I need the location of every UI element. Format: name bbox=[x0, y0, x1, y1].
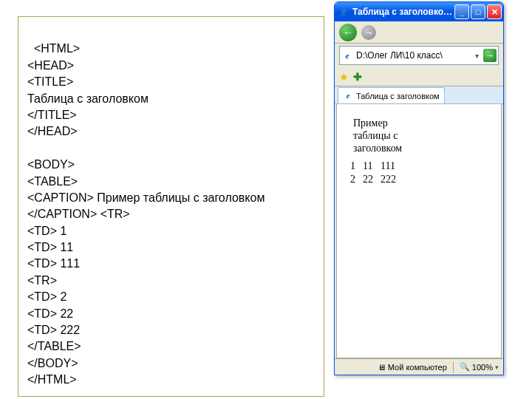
table-cell: 1 bbox=[350, 160, 358, 172]
address-dropdown-icon[interactable]: ▾ bbox=[473, 52, 481, 60]
table-cell: 11 bbox=[363, 160, 376, 172]
back-button[interactable]: ← bbox=[339, 24, 357, 41]
code-text: <HTML> <HEAD> <TITLE> Таблица с заголовк… bbox=[27, 42, 268, 386]
table-cell: 22 bbox=[363, 174, 376, 185]
page-content: Пример таблицы с заголовком 1 11 111 2 2… bbox=[336, 104, 502, 358]
address-bar[interactable]: e ▾ → bbox=[339, 46, 499, 65]
tab-ie-icon: e bbox=[343, 91, 353, 101]
status-separator bbox=[453, 361, 454, 373]
close-icon: ✕ bbox=[491, 7, 498, 17]
table-cell: 222 bbox=[381, 174, 399, 185]
zoom-dropdown-icon: ▾ bbox=[495, 364, 499, 371]
table-caption: Пример таблицы с заголовком bbox=[344, 117, 407, 154]
zoom-search-icon: 🔍 bbox=[460, 362, 470, 372]
table-row: 2 22 222 bbox=[350, 174, 399, 185]
minimize-button[interactable]: _ bbox=[454, 4, 469, 19]
titlebar[interactable]: e Таблица с заголовко… _ □ ✕ bbox=[335, 2, 503, 21]
go-button[interactable]: → bbox=[483, 49, 497, 62]
favorites-star-icon[interactable]: ★ bbox=[339, 71, 349, 83]
go-icon: → bbox=[485, 50, 494, 61]
status-zone-label: Мой компьютер bbox=[388, 363, 447, 372]
address-input[interactable] bbox=[356, 50, 473, 61]
code-panel: <HTML> <HEAD> <TITLE> Таблица с заголовк… bbox=[18, 16, 324, 397]
browser-window: e Таблица с заголовко… _ □ ✕ ← → e ▾ → ★… bbox=[334, 1, 504, 375]
status-zone: 🖥 Мой компьютер bbox=[378, 363, 447, 372]
ie-icon: e bbox=[338, 6, 349, 18]
forward-icon: → bbox=[364, 27, 374, 38]
example-table: 1 11 111 2 22 222 bbox=[346, 159, 403, 187]
minimize-icon: _ bbox=[460, 7, 464, 16]
zoom-value: 100% bbox=[472, 363, 493, 372]
tab-active[interactable]: e Таблица с заголовком bbox=[338, 87, 445, 103]
address-ie-icon: e bbox=[341, 50, 353, 61]
maximize-button[interactable]: □ bbox=[471, 4, 485, 19]
back-icon: ← bbox=[343, 27, 353, 38]
close-button[interactable]: ✕ bbox=[487, 4, 502, 19]
table-cell: 111 bbox=[381, 160, 399, 172]
table-row: 1 11 111 bbox=[350, 160, 399, 172]
tab-label: Таблица с заголовком bbox=[356, 92, 440, 100]
maximize-icon: □ bbox=[476, 7, 481, 16]
window-buttons: _ □ ✕ bbox=[454, 4, 502, 19]
favorites-toolbar: ★ ✚ bbox=[335, 67, 503, 86]
window-title: Таблица с заголовко… bbox=[352, 7, 454, 17]
computer-icon: 🖥 bbox=[378, 363, 386, 372]
tab-bar: e Таблица с заголовком bbox=[335, 86, 503, 104]
status-zoom[interactable]: 🔍 100% ▾ bbox=[460, 362, 499, 372]
nav-toolbar: ← → bbox=[335, 21, 503, 44]
status-bar: 🖥 Мой компьютер 🔍 100% ▾ bbox=[335, 358, 503, 375]
forward-button[interactable]: → bbox=[361, 25, 376, 40]
add-favorite-icon[interactable]: ✚ bbox=[353, 71, 362, 83]
table-cell: 2 bbox=[350, 174, 358, 185]
